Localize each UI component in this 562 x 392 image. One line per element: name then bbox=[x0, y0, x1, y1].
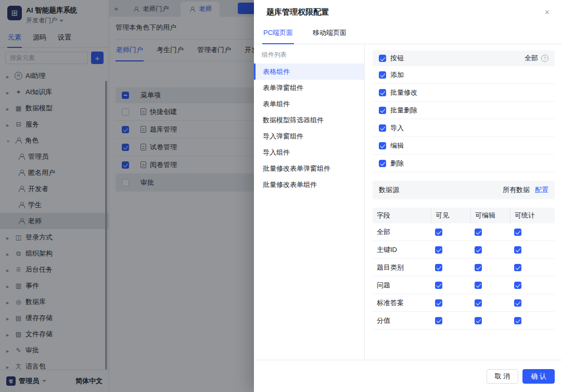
checkbox[interactable] bbox=[514, 317, 521, 324]
comp-item-form[interactable]: 表单组件 bbox=[254, 96, 364, 112]
field-row-question-category: 题目类别 bbox=[373, 259, 555, 276]
select-all-label: 全部 bbox=[525, 54, 538, 63]
checkbox[interactable] bbox=[379, 124, 386, 132]
modal-body: 组件列表 表格组件 表单弹窗组件 表单组件 数据模型筛选器组件 导入弹窗组件 导… bbox=[254, 44, 562, 360]
perm-row-batch-edit[interactable]: 批量修改 bbox=[373, 84, 555, 102]
datasource-label: 数据源 bbox=[379, 185, 399, 195]
checkbox[interactable] bbox=[379, 71, 386, 79]
fields-table-header: 字段 可见 可编辑 可统计 bbox=[373, 208, 555, 223]
app-stage: AI 智能题库系统 开发者门户 元素 源码 设置 + AI助理 bbox=[0, 0, 562, 392]
confirm-button[interactable]: 确 认 bbox=[522, 369, 555, 384]
checkbox[interactable] bbox=[514, 282, 521, 289]
help-icon[interactable]: ? bbox=[541, 55, 548, 62]
checkbox[interactable] bbox=[475, 264, 482, 271]
perm-row-delete[interactable]: 删除 bbox=[373, 155, 555, 172]
perm-row-import[interactable]: 导入 bbox=[373, 119, 555, 137]
permission-config-modal: 题库管理权限配置 × PC端页面 移动端页面 组件列表 表格组件 表单弹窗组件 … bbox=[254, 0, 562, 392]
checkbox[interactable] bbox=[475, 229, 482, 236]
component-list-panel: 组件列表 表格组件 表单弹窗组件 表单组件 数据模型筛选器组件 导入弹窗组件 导… bbox=[254, 44, 365, 360]
modal-footer: 取 消 确 认 bbox=[254, 360, 562, 392]
checkbox[interactable] bbox=[475, 299, 482, 307]
modal-tabs: PC端页面 移动端页面 bbox=[254, 23, 562, 44]
col-stat: 可统计 bbox=[510, 208, 555, 223]
component-list-title: 组件列表 bbox=[254, 50, 364, 64]
field-row-score: 分值 bbox=[373, 312, 555, 330]
tab-pc-pages[interactable]: PC端页面 bbox=[262, 23, 294, 44]
datasource-config-link[interactable]: 配置 bbox=[535, 185, 548, 195]
col-visible: 可见 bbox=[431, 208, 470, 223]
checkbox[interactable] bbox=[435, 229, 442, 236]
checkbox[interactable] bbox=[379, 142, 386, 149]
buttons-all-checkbox[interactable] bbox=[379, 55, 386, 62]
comp-item-import-modal[interactable]: 导入弹窗组件 bbox=[254, 128, 364, 144]
tab-mobile-pages[interactable]: 移动端页面 bbox=[312, 23, 348, 44]
perm-row-edit[interactable]: 编辑 bbox=[373, 137, 555, 155]
buttons-section-label: 按钮 bbox=[390, 54, 404, 63]
close-icon[interactable]: × bbox=[545, 8, 550, 17]
checkbox[interactable] bbox=[435, 246, 442, 254]
cancel-button[interactable]: 取 消 bbox=[487, 369, 519, 384]
field-row-standard-answer: 标准答案 bbox=[373, 294, 555, 312]
comp-item-batch-edit-form[interactable]: 批量修改表单组件 bbox=[254, 176, 364, 193]
field-row-all: 全部 bbox=[373, 223, 555, 241]
checkbox[interactable] bbox=[475, 317, 482, 324]
field-row-question: 问题 bbox=[373, 276, 555, 294]
perm-row-add[interactable]: 添加 bbox=[373, 66, 555, 84]
comp-item-data-model-filter[interactable]: 数据模型筛选器组件 bbox=[254, 112, 364, 128]
comp-item-form-modal[interactable]: 表单弹窗组件 bbox=[254, 80, 364, 96]
checkbox[interactable] bbox=[435, 317, 442, 324]
checkbox[interactable] bbox=[379, 107, 386, 114]
checkbox[interactable] bbox=[514, 299, 521, 307]
checkbox[interactable] bbox=[435, 264, 442, 271]
checkbox[interactable] bbox=[514, 246, 521, 254]
modal-title: 题库管理权限配置 bbox=[266, 7, 329, 17]
checkbox[interactable] bbox=[435, 299, 442, 307]
checkbox[interactable] bbox=[514, 229, 521, 236]
comp-item-table[interactable]: 表格组件 bbox=[254, 64, 364, 80]
datasource-bar: 数据源 所有数据 配置 bbox=[373, 181, 555, 199]
col-field: 字段 bbox=[373, 208, 431, 223]
col-editable: 可编辑 bbox=[470, 208, 510, 223]
fields-table: 字段 可见 可编辑 可统计 全部 主键ID bbox=[373, 208, 555, 330]
checkbox[interactable] bbox=[475, 282, 482, 289]
comp-item-import[interactable]: 导入组件 bbox=[254, 144, 364, 160]
checkbox[interactable] bbox=[379, 160, 386, 167]
perm-row-batch-delete[interactable]: 批量删除 bbox=[373, 102, 555, 119]
comp-item-batch-edit-form-modal[interactable]: 批量修改表单弹窗组件 bbox=[254, 160, 364, 176]
checkbox[interactable] bbox=[475, 246, 482, 254]
buttons-section-header: 按钮 全部 ? bbox=[373, 50, 555, 66]
modal-header: 题库管理权限配置 × bbox=[254, 0, 562, 23]
field-row-primary-key: 主键ID bbox=[373, 241, 555, 259]
checkbox[interactable] bbox=[514, 264, 521, 271]
checkbox[interactable] bbox=[435, 282, 442, 289]
datasource-value: 所有数据 bbox=[503, 185, 530, 195]
permission-panel: 按钮 全部 ? 添加 批量修改 批量删除 bbox=[365, 44, 562, 360]
checkbox[interactable] bbox=[379, 89, 386, 96]
